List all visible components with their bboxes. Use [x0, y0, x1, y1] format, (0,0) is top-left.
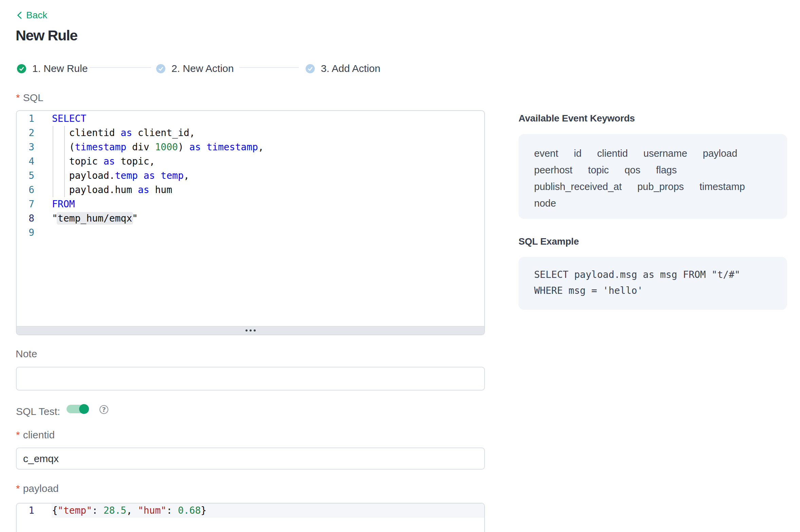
event-keyword: publish_received_at: [534, 178, 622, 195]
step-label: 1. New Rule: [32, 63, 88, 74]
note-input[interactable]: [16, 367, 485, 391]
indent-guide: [53, 126, 53, 197]
step-label: 3. Add Action: [321, 63, 380, 74]
note-field-label: Note: [16, 348, 37, 359]
indent-guide: [64, 126, 65, 197]
chevron-left-icon: [16, 11, 22, 20]
sql-test-toggle[interactable]: [67, 405, 87, 413]
event-keyword: clientid: [597, 145, 628, 162]
event-keyword: flags: [656, 162, 677, 178]
event-keyword: timestamp: [699, 178, 745, 195]
question-circle-icon[interactable]: ?: [99, 405, 108, 414]
line-number: 4: [17, 154, 52, 169]
clientid-field-label: *clientid: [16, 430, 55, 440]
toggle-knob: [79, 404, 89, 414]
line-number: 3: [17, 140, 52, 154]
sql-code-editor[interactable]: 1SELECT2 clientid as client_id,3 (timest…: [16, 110, 485, 335]
sql-example-panel: SELECT payload.msg as msg FROM "t/#"WHER…: [519, 257, 787, 310]
ellipsis-drag-handle-icon: [246, 329, 256, 331]
event-keyword: topic: [588, 162, 609, 178]
required-asterisk: *: [16, 483, 20, 494]
line-number: 8: [17, 211, 52, 226]
event-keyword: id: [574, 145, 582, 162]
event-keyword: pub_props: [637, 178, 684, 195]
code-line-3: 3 (timestamp div 1000) as timestamp,: [17, 140, 484, 154]
step-2-new-action[interactable]: 2. New Action: [156, 63, 234, 74]
editor-resize-handle[interactable]: [17, 326, 484, 335]
sql-example-title: SQL Example: [519, 236, 579, 247]
back-button[interactable]: Back: [16, 10, 47, 20]
step-1-new-rule[interactable]: 1. New Rule: [17, 63, 88, 74]
event-keywords-panel: eventidclientidusernamepayloadpeerhostto…: [519, 134, 787, 219]
check-circle-icon: [306, 64, 315, 73]
code-line-5: 5 payload.temp as temp,: [17, 169, 484, 183]
event-keyword: node: [534, 195, 556, 212]
step-connector: [239, 67, 299, 68]
step-connector: [90, 67, 151, 68]
sql-field-label: *SQL: [16, 92, 43, 103]
step-3-add-action[interactable]: 3. Add Action: [306, 63, 380, 74]
available-event-keywords-title: Available Event Keywords: [519, 113, 635, 124]
line-number: 2: [17, 126, 52, 140]
page-title: New Rule: [16, 27, 77, 44]
check-circle-icon: [156, 64, 165, 73]
sql-test-label: SQL Test:: [16, 406, 60, 417]
event-keyword: username: [643, 145, 687, 162]
payload-field-label: *payload: [16, 483, 59, 494]
clientid-input[interactable]: c_emqx: [16, 448, 485, 470]
line-number: 6: [17, 183, 52, 197]
line-number: 1: [17, 112, 52, 126]
code-line-2: 2 clientid as client_id,: [17, 126, 484, 140]
check-circle-icon: [17, 64, 26, 73]
line-number: 7: [17, 197, 52, 211]
code-line-1: 1SELECT: [17, 112, 484, 126]
code-line-4: 4 topic as topic,: [17, 154, 484, 169]
line-number: 9: [17, 226, 52, 240]
sql-example-line: WHERE msg = 'hello': [534, 283, 771, 299]
step-label: 2. New Action: [171, 63, 234, 74]
code-line-8: 8"temp_hum/emqx": [17, 211, 484, 226]
event-keyword: peerhost: [534, 162, 572, 178]
payload-code-editor[interactable]: 1{"temp": 28.5, "hum": 0.68}: [16, 503, 485, 532]
sql-example-line: SELECT payload.msg as msg FROM "t/#": [534, 267, 771, 283]
code-line-6: 6 payload.hum as hum: [17, 183, 484, 197]
code-line-9: 9: [17, 226, 484, 240]
back-label: Back: [26, 10, 47, 20]
code-line-1: 1{"temp": 28.5, "hum": 0.68}: [17, 504, 484, 518]
required-asterisk: *: [16, 92, 20, 103]
line-number: 1: [17, 504, 52, 518]
line-number: 5: [17, 169, 52, 183]
event-keyword: event: [534, 145, 558, 162]
event-keyword: qos: [624, 162, 640, 178]
code-line-7: 7FROM: [17, 197, 484, 211]
event-keyword: payload: [703, 145, 738, 162]
required-asterisk: *: [16, 429, 20, 440]
